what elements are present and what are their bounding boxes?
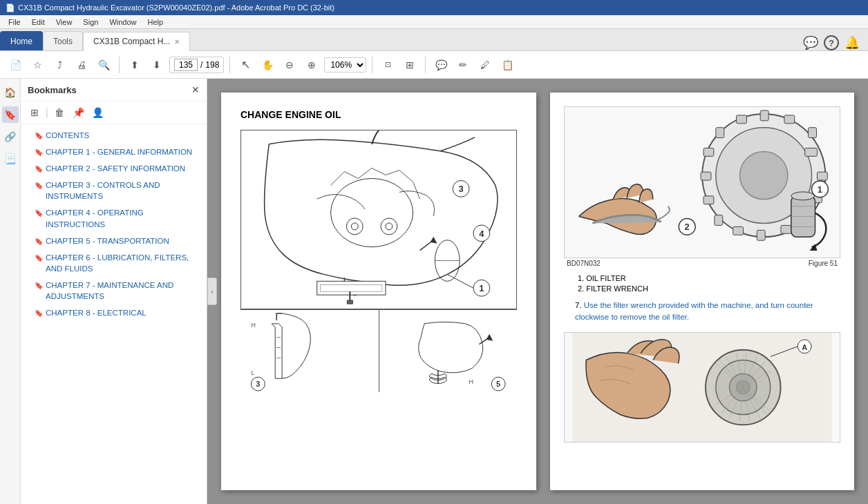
svg-text:H: H (469, 378, 473, 385)
bookmark-ch4[interactable]: 🔖 CHAPTER 4 - OPERATING INSTRUCTIONS (21, 204, 207, 232)
next-page-button[interactable]: ⬇ (147, 55, 167, 75)
bookmark-icon-ch4: 🔖 (35, 209, 43, 218)
label-oil-filter-text: OIL FILTER (586, 274, 625, 282)
pdf-content-area[interactable]: CHANGE ENGINE OIL (207, 79, 868, 504)
tab-tools[interactable]: Tools (43, 31, 83, 50)
bookmark-ch7[interactable]: 🔖 CHAPTER 7 - MAINTENANCE AND ADJUSTMENT… (21, 277, 207, 304)
bookmark-ch3[interactable]: 🔖 CHAPTER 3 - CONTROLS AND INSTRUMENTS (21, 177, 207, 204)
bookmark-button[interactable]: ☆ (28, 55, 47, 75)
toolbar-separator-1 (119, 57, 120, 73)
bookmarks-list: 🔖 CONTENTS 🔖 CHAPTER 1 - GENERAL INFORMA… (21, 124, 207, 504)
bookmark-expand-button[interactable]: ⊞ (26, 104, 43, 121)
svg-text:5: 5 (496, 380, 500, 388)
engine-diagram-main: 3 4 1 (240, 130, 517, 309)
figure-ref: BD07N032 (567, 260, 601, 267)
svg-text:2: 2 (685, 222, 690, 232)
pdf-page-left: CHANGE ENGINE OIL (221, 93, 536, 490)
bookmark-ch8[interactable]: 🔖 CHAPTER 8 - ELECTRICAL (21, 304, 207, 321)
figure-num: Figure 51 (809, 260, 838, 267)
sidebar-collapse-handle[interactable]: ‹ (207, 278, 217, 305)
sub-diagram-5: 5 H (379, 310, 518, 392)
menu-bar: File Edit View Sign Window Help (0, 15, 868, 29)
figure-52-svg: A (565, 333, 840, 442)
bookmark-settings-button[interactable]: 👤 (90, 104, 106, 121)
svg-rect-40 (737, 115, 747, 124)
sidebar-wrapper: Bookmarks ✕ ⊞ | 🗑 📌 👤 🔖 CONTENTS 🔖 CHAPT… (21, 79, 207, 504)
instruction-7-text: Use the filter wrench provided with the … (575, 301, 813, 321)
page-input[interactable] (174, 59, 198, 71)
toolbar-separator-3 (372, 57, 372, 73)
bookmark-label-ch4: CHAPTER 4 - OPERATING INSTRUCTIONS (46, 207, 201, 229)
svg-rect-36 (805, 148, 818, 156)
annotate-button[interactable]: 💬 (431, 55, 451, 75)
svg-point-1 (346, 218, 363, 235)
menu-window[interactable]: Window (104, 17, 142, 28)
fit-width-button[interactable]: ⊞ (400, 55, 419, 75)
bookmark-label-ch7: CHAPTER 7 - MAINTENANCE AND ADJUSTMENTS (46, 280, 201, 302)
svg-rect-44 (704, 196, 714, 204)
pen-button[interactable]: ✏ (453, 55, 473, 75)
bookmark-label-ch5: CHAPTER 5 - TRANSPORTATION (46, 235, 169, 246)
home-panel-icon[interactable]: 🏠 (2, 84, 19, 101)
share-button[interactable]: ⤴ (50, 55, 69, 75)
bookmark-icon-ch7: 🔖 (35, 281, 43, 291)
bookmark-ch5[interactable]: 🔖 CHAPTER 5 - TRANSPORTATION (21, 233, 207, 249)
print-button[interactable]: 🖨 (72, 55, 91, 75)
app-icon: 📄 (6, 3, 15, 12)
tab-close-button[interactable]: ✕ (174, 38, 180, 46)
figure-51-caption: BD07N032 Figure 51 (564, 258, 840, 269)
svg-rect-39 (760, 110, 768, 121)
bookmark-label-ch3: CHAPTER 3 - CONTROLS AND INSTRUMENTS (46, 180, 201, 202)
svg-text:4: 4 (479, 229, 484, 239)
bookmark-label-ch2: CHAPTER 2 - SAFETY INFORMATION (46, 163, 185, 174)
bookmark-ch1[interactable]: 🔖 CHAPTER 1 - GENERAL INFORMATION (21, 144, 207, 160)
svg-text:3: 3 (256, 380, 260, 388)
prev-page-button[interactable]: ⬆ (125, 55, 144, 75)
bookmark-icon-ch2: 🔖 (35, 164, 43, 174)
sidebar-close-button[interactable]: ✕ (191, 84, 200, 95)
menu-file[interactable]: File (3, 17, 26, 28)
bookmark-new-button[interactable]: 📌 (70, 104, 87, 121)
svg-point-54 (791, 192, 815, 200)
help-icon[interactable]: ? (824, 35, 839, 50)
menu-view[interactable]: View (50, 17, 78, 28)
pdf-page-right: 1 2 BD07N032 Figure 51 1. OIL FILTER 2. … (550, 93, 854, 490)
menu-edit[interactable]: Edit (26, 17, 50, 28)
toolbar-separator-4 (425, 57, 426, 73)
svg-point-52 (740, 151, 788, 199)
tab-home[interactable]: Home (0, 31, 43, 50)
menu-sign[interactable]: Sign (77, 17, 104, 28)
bookmark-label-ch1: CHAPTER 1 - GENERAL INFORMATION (46, 146, 192, 157)
tab-document[interactable]: CX31B Compact H... ✕ (83, 32, 190, 51)
bookmark-label-ch8: CHAPTER 8 - ELECTRICAL (46, 307, 147, 318)
zoom-in-button[interactable]: ⊕ (302, 55, 321, 75)
bookmark-label-ch6: CHAPTER 6 - LUBRICATION, FILTERS, AND FL… (46, 252, 201, 274)
title-bar: 📄 CX31B Compact Hydraulic Excavator (S2P… (0, 0, 868, 15)
svg-rect-9 (347, 300, 352, 304)
pages-panel-icon[interactable]: 📃 (2, 151, 19, 167)
comment-icon[interactable]: 💬 (803, 35, 818, 50)
select-tool-button[interactable]: ↖ (236, 55, 255, 75)
bookmark-ch2[interactable]: 🔖 CHAPTER 2 - SAFETY INFORMATION (21, 160, 207, 177)
hand-tool-button[interactable]: ✋ (258, 55, 277, 75)
search-button[interactable]: 🔍 (94, 55, 113, 75)
notification-icon[interactable]: 🔔 (845, 35, 860, 50)
fit-page-button[interactable]: ⊡ (378, 55, 397, 75)
label-filter-wrench: 2. FILTER WRENCH (578, 284, 840, 293)
zoom-select[interactable]: 106% 100% 75% 50% 125% 150% (324, 57, 366, 72)
sidebar-header: Bookmarks ✕ (21, 79, 207, 101)
stamp-button[interactable]: 📋 (498, 55, 517, 75)
zoom-out-button[interactable]: ⊖ (280, 55, 299, 75)
bookmark-icon-ch8: 🔖 (35, 309, 43, 318)
highlight-button[interactable]: 🖊 (475, 55, 495, 75)
links-panel-icon[interactable]: 🔗 (2, 128, 19, 145)
bookmark-contents[interactable]: 🔖 CONTENTS (21, 127, 207, 144)
window-title: CX31B Compact Hydraulic Excavator (S2PW0… (18, 3, 334, 12)
title-bar-left: 📄 CX31B Compact Hydraulic Excavator (S2P… (6, 3, 334, 12)
svg-text:1: 1 (479, 283, 484, 293)
bookmarks-panel-icon active[interactable]: 🔖 (2, 106, 19, 123)
new-file-button[interactable]: 📄 (6, 55, 25, 75)
bookmark-ch6[interactable]: 🔖 CHAPTER 6 - LUBRICATION, FILTERS, AND … (21, 249, 207, 277)
bookmark-delete-button[interactable]: 🗑 (51, 104, 68, 121)
menu-help[interactable]: Help (142, 17, 169, 28)
